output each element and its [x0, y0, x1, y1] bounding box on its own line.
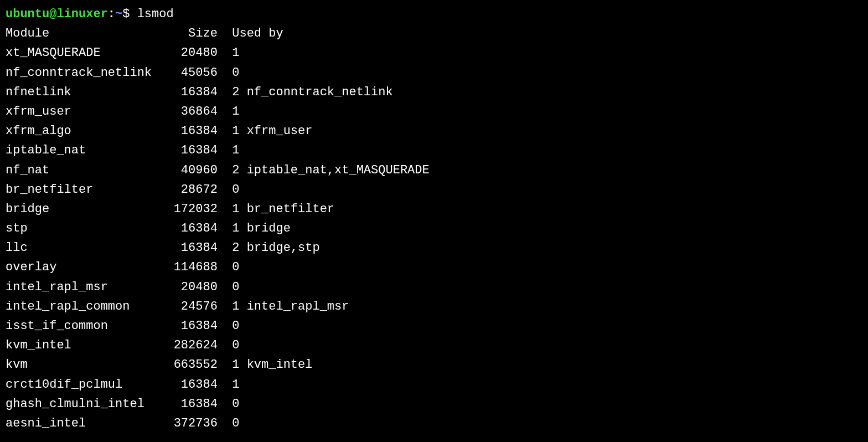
module-name: kvm [6, 355, 159, 374]
module-used-by: 0 [218, 394, 240, 414]
module-row: isst_if_common163840 [6, 316, 862, 336]
module-name: kvm_intel [6, 336, 159, 355]
module-size: 16384 [159, 141, 218, 160]
module-used-by: 2 nf_conntrack_netlink [218, 83, 393, 102]
module-row: xfrm_algo163841 xfrm_user [6, 121, 862, 141]
module-used-by: 1 xfrm_user [218, 121, 313, 141]
module-size: 372736 [159, 414, 218, 433]
module-used-by: 1 intel_rapl_msr [218, 297, 349, 316]
module-row: llc163842 bridge,stp [6, 238, 862, 258]
module-used-by: 1 [218, 43, 240, 63]
header-size: Size [159, 24, 218, 43]
module-used-by: 1 [218, 102, 240, 121]
module-name: xt_MASQUERADE [6, 43, 159, 63]
header-row: ModuleSizeUsed by [6, 24, 862, 43]
module-size: 16384 [159, 83, 218, 102]
module-used-by: 1 bridge [218, 219, 291, 238]
module-used-by: 2 bridge,stp [218, 238, 320, 258]
module-name: xfrm_algo [6, 121, 159, 141]
module-row: br_netfilter286720 [6, 180, 862, 199]
module-size: 663552 [159, 355, 218, 374]
prompt-path: ~ [115, 7, 122, 21]
module-used-by: 0 [218, 180, 240, 199]
module-name: br_netfilter [6, 180, 159, 199]
module-size: 45056 [159, 63, 218, 83]
module-size: 16384 [159, 394, 218, 414]
module-used-by: 1 [218, 375, 240, 394]
prompt-dollar: $ [122, 7, 130, 21]
module-used-by: 0 [218, 414, 240, 433]
module-name: crct10dif_pclmul [6, 375, 159, 394]
module-used-by: 0 [218, 277, 240, 297]
command-text: lsmod [137, 7, 174, 21]
module-row: xfrm_user368641 [6, 102, 862, 121]
module-size: 16384 [159, 121, 218, 141]
module-row: iptable_nat163841 [6, 141, 862, 160]
module-size: 16384 [159, 219, 218, 238]
module-row: kvm_intel2826240 [6, 336, 862, 355]
module-row: ghash_clmulni_intel163840 [6, 394, 862, 414]
module-row: nfnetlink163842 nf_conntrack_netlink [6, 83, 862, 102]
module-size: 20480 [159, 277, 218, 297]
module-name: xfrm_user [6, 102, 159, 121]
module-used-by: 1 br_netfilter [218, 199, 334, 219]
module-used-by: 0 [218, 316, 240, 336]
module-name: nf_conntrack_netlink [6, 63, 159, 83]
module-name: isst_if_common [6, 316, 159, 336]
module-row: nf_nat409602 iptable_nat,xt_MASQUERADE [6, 161, 862, 180]
module-size: 16384 [159, 375, 218, 394]
module-row: bridge1720321 br_netfilter [6, 199, 862, 219]
module-used-by: 2 iptable_nat,xt_MASQUERADE [218, 161, 430, 180]
module-row: intel_rapl_msr204800 [6, 277, 862, 297]
prompt-colon: : [108, 7, 115, 21]
module-size: 282624 [159, 336, 218, 355]
module-size: 114688 [159, 258, 218, 277]
module-used-by: 0 [218, 63, 240, 83]
module-row: overlay1146880 [6, 258, 862, 277]
module-name: intel_rapl_common [6, 297, 159, 316]
module-used-by: 0 [218, 336, 240, 355]
module-name: nf_nat [6, 161, 159, 180]
module-size: 24576 [159, 297, 218, 316]
module-size: 172032 [159, 199, 218, 219]
module-name: nfnetlink [6, 83, 159, 102]
prompt-line[interactable]: ubuntu@linuxer:~$ lsmod [6, 4, 862, 24]
module-row: intel_rapl_common245761 intel_rapl_msr [6, 297, 862, 316]
prompt-user-host: ubuntu@linuxer [6, 7, 108, 21]
module-name: stp [6, 219, 159, 238]
module-size: 16384 [159, 238, 218, 258]
module-row: xt_MASQUERADE204801 [6, 43, 862, 63]
module-size: 16384 [159, 316, 218, 336]
module-name: iptable_nat [6, 141, 159, 160]
module-row: aesni_intel3727360 [6, 414, 862, 433]
module-row: nf_conntrack_netlink450560 [6, 63, 862, 83]
module-name: bridge [6, 199, 159, 219]
module-used-by: 1 kvm_intel [218, 355, 313, 374]
prompt-spacer [130, 7, 137, 21]
module-used-by: 0 [218, 258, 240, 277]
module-size: 36864 [159, 102, 218, 121]
header-module: Module [6, 24, 159, 43]
header-used-by: Used by [218, 24, 283, 43]
module-name: aesni_intel [6, 414, 159, 433]
module-name: overlay [6, 258, 159, 277]
module-size: 40960 [159, 161, 218, 180]
module-name: intel_rapl_msr [6, 277, 159, 297]
module-row: crct10dif_pclmul163841 [6, 375, 862, 394]
module-row: kvm6635521 kvm_intel [6, 355, 862, 374]
module-name: llc [6, 238, 159, 258]
module-size: 28672 [159, 180, 218, 199]
module-row: stp163841 bridge [6, 219, 862, 238]
module-size: 20480 [159, 43, 218, 63]
module-used-by: 1 [218, 141, 240, 160]
module-name: ghash_clmulni_intel [6, 394, 159, 414]
module-rows-container: xt_MASQUERADE204801nf_conntrack_netlink4… [6, 43, 862, 433]
